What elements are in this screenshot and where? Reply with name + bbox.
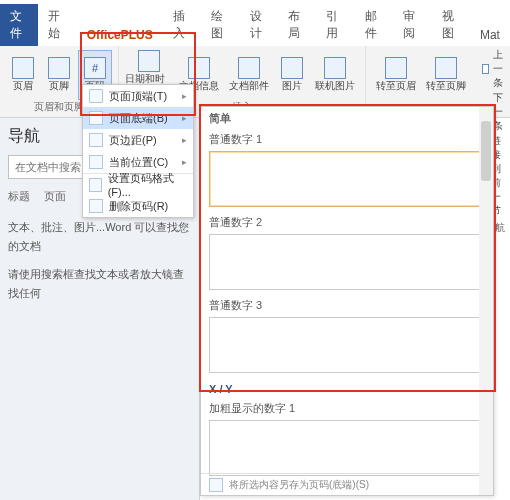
gallery-scrollbar[interactable] xyxy=(479,107,493,495)
footer-icon xyxy=(48,57,70,79)
goto-header-icon xyxy=(385,57,407,79)
gallery-item-1-label: 普通数字 1 xyxy=(201,130,493,149)
chevron-right-icon: ▸ xyxy=(182,157,187,167)
tab-insert[interactable]: 插入 xyxy=(163,4,201,46)
prev-icon xyxy=(482,64,489,74)
scrollbar-thumb[interactable] xyxy=(481,121,491,181)
header-icon xyxy=(12,57,34,79)
chevron-right-icon: ▸ xyxy=(182,91,187,101)
goto-footer-label: 转至页脚 xyxy=(426,79,466,93)
dd-current-label: 当前位置(C) xyxy=(109,155,168,170)
tab-officeplus[interactable]: OfficePLUS xyxy=(77,24,163,46)
nav-help-text-1: 文本、批注、图片...Word 可以查找您的文档 xyxy=(8,218,191,255)
docparts-icon xyxy=(238,57,260,79)
group-label-header-footer: 页眉和页脚 xyxy=(34,100,84,114)
tab-home[interactable]: 开始 xyxy=(38,4,76,46)
tab-mail[interactable]: 邮件 xyxy=(355,4,393,46)
goto-footer-button[interactable]: 转至页脚 xyxy=(422,50,470,100)
dropdown-format[interactable]: 设置页码格式(F)... xyxy=(83,173,193,195)
tab-references[interactable]: 引用 xyxy=(316,4,354,46)
dd-top-label: 页面顶端(T) xyxy=(109,89,167,104)
nav-prev-button[interactable]: 上一条 xyxy=(482,48,508,90)
nav-help-text-2: 请使用搜索框查找文本或者放大镜查找任何 xyxy=(8,265,191,302)
online-picture-label: 联机图片 xyxy=(315,79,355,93)
docinfo-icon xyxy=(188,57,210,79)
save-selection-icon xyxy=(209,478,223,492)
picture-button[interactable]: 图片 xyxy=(275,50,309,100)
page-number-gallery: 简单 普通数字 1 普通数字 2 普通数字 3 X / Y 加粗显示的数字 1 … xyxy=(200,106,494,496)
picture-label: 图片 xyxy=(282,79,302,93)
gallery-heading-simple: 简单 xyxy=(201,107,493,130)
datetime-icon xyxy=(138,50,160,72)
page-number-dropdown: 页面顶端(T)▸ 页面底端(B)▸ 页边距(P)▸ 当前位置(C)▸ 设置页码格… xyxy=(82,84,194,218)
gallery-item-bold[interactable] xyxy=(209,420,485,476)
nav-tab-pages[interactable]: 页面 xyxy=(44,189,66,204)
online-picture-icon xyxy=(324,57,346,79)
tab-draw[interactable]: 绘图 xyxy=(201,4,239,46)
gallery-footer-label: 将所选内容另存为页码(底端)(S) xyxy=(229,478,369,492)
header-label: 页眉 xyxy=(13,79,33,93)
header-button[interactable]: 页眉 xyxy=(6,50,40,100)
chevron-right-icon: ▸ xyxy=(182,113,187,123)
gallery-item-2-label: 普通数字 2 xyxy=(201,213,493,232)
dd-format-label: 设置页码格式(F)... xyxy=(108,171,187,198)
tab-view[interactable]: 视图 xyxy=(432,4,470,46)
gallery-item-1[interactable] xyxy=(209,151,485,207)
docparts-button[interactable]: 文档部件 xyxy=(225,50,273,100)
goto-header-label: 转至页眉 xyxy=(376,79,416,93)
footer-button[interactable]: 页脚 xyxy=(42,50,76,100)
gallery-item-bold-label: 加粗显示的数字 1 xyxy=(201,399,493,418)
dropdown-top-of-page[interactable]: 页面顶端(T)▸ xyxy=(83,85,193,107)
ribbon-tabs: 文件 开始 OfficePLUS 插入 绘图 设计 布局 引用 邮件 审阅 视图… xyxy=(0,22,510,46)
chevron-right-icon: ▸ xyxy=(182,135,187,145)
tab-math[interactable]: Mat xyxy=(470,24,510,46)
gallery-heading-xy: X / Y xyxy=(201,379,493,399)
nav-tab-headings[interactable]: 标题 xyxy=(8,189,30,204)
gallery-footer[interactable]: 将所选内容另存为页码(底端)(S) xyxy=(201,473,479,495)
current-icon xyxy=(89,155,103,169)
picture-icon xyxy=(281,57,303,79)
tab-file[interactable]: 文件 xyxy=(0,4,38,46)
gallery-item-2[interactable] xyxy=(209,234,485,290)
nav-prev-label: 上一条 xyxy=(493,48,508,90)
dd-margins-label: 页边距(P) xyxy=(109,133,157,148)
dropdown-bottom-of-page[interactable]: 页面底端(B)▸ xyxy=(83,107,193,129)
dd-remove-label: 删除页码(R) xyxy=(109,199,168,214)
tab-layout[interactable]: 布局 xyxy=(278,4,316,46)
dd-bottom-label: 页面底端(B) xyxy=(109,111,168,126)
gallery-item-3[interactable] xyxy=(209,317,485,373)
top-icon xyxy=(89,89,103,103)
dropdown-page-margins[interactable]: 页边距(P)▸ xyxy=(83,129,193,151)
tab-design[interactable]: 设计 xyxy=(240,4,278,46)
page-number-icon: # xyxy=(84,57,106,79)
dropdown-remove[interactable]: 删除页码(R) xyxy=(83,195,193,217)
nav-next-label: 下一条 xyxy=(493,91,508,133)
tab-review[interactable]: 审阅 xyxy=(393,4,431,46)
goto-header-button[interactable]: 转至页眉 xyxy=(372,50,420,100)
remove-icon xyxy=(89,199,103,213)
goto-footer-icon xyxy=(435,57,457,79)
bottom-icon xyxy=(89,111,103,125)
dropdown-current-position[interactable]: 当前位置(C)▸ xyxy=(83,151,193,173)
format-icon xyxy=(89,178,102,192)
footer-label: 页脚 xyxy=(49,79,69,93)
margins-icon xyxy=(89,133,103,147)
gallery-item-3-label: 普通数字 3 xyxy=(201,296,493,315)
docparts-label: 文档部件 xyxy=(229,79,269,93)
online-picture-button[interactable]: 联机图片 xyxy=(311,50,359,100)
